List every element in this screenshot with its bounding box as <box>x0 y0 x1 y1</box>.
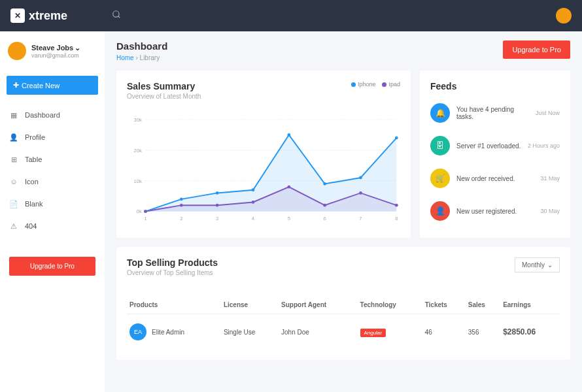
feed-time: 31 May <box>540 175 560 182</box>
chevron-down-icon: ⌄ <box>75 44 80 52</box>
create-new-button[interactable]: ✚ Create New <box>7 76 98 95</box>
nav-label: Dashboard <box>25 111 60 119</box>
legend-item: Ipad <box>382 81 400 88</box>
search-icon[interactable] <box>112 10 121 22</box>
nav-icon: ▦ <box>9 110 18 120</box>
sales-subtitle: Overview of Latest Month <box>127 93 201 100</box>
chevron-down-icon: ⌄ <box>547 261 553 269</box>
nav-icon: ⚠ <box>9 221 18 231</box>
svg-text:5: 5 <box>288 216 290 221</box>
table-header: Support Agent <box>279 296 358 314</box>
breadcrumb-home[interactable]: Home <box>116 54 134 61</box>
sidebar-item-404[interactable]: ⚠404 <box>0 215 105 237</box>
user-avatar-top[interactable] <box>556 8 572 24</box>
feed-icon: 🗄 <box>430 136 450 155</box>
svg-point-26 <box>144 210 147 213</box>
svg-point-30 <box>287 186 290 189</box>
feed-item[interactable]: 🗄Server #1 overloaded.2 Hours ago <box>430 129 560 162</box>
filter-label: Monthly <box>522 261 545 269</box>
nav-icon: ☺ <box>9 177 18 186</box>
legend-dot-icon <box>351 82 356 87</box>
main-content: Dashboard Home › Library Upgrade to Pro … <box>105 31 582 392</box>
sales-cell: 356 <box>466 314 500 350</box>
svg-text:20k: 20k <box>134 148 142 154</box>
sidebar-item-icon[interactable]: ☺Icon <box>0 171 105 193</box>
table-header: License <box>221 296 279 314</box>
feed-text: Server #1 overloaded. <box>456 142 521 150</box>
svg-text:3: 3 <box>216 216 218 221</box>
nav-label: Profile <box>25 133 45 141</box>
feed-icon: 🔔 <box>430 103 450 123</box>
feed-item[interactable]: 🛒New order received.31 May <box>430 162 560 195</box>
user-email: varun@gmail.com <box>31 52 80 59</box>
feed-time: 2 Hours ago <box>528 142 560 149</box>
nav-label: Icon <box>25 178 39 186</box>
feed-item[interactable]: 👤New user registered.30 May <box>430 195 560 227</box>
nav-icon: 📄 <box>9 199 18 208</box>
feeds-card: Feeds 🔔You have 4 pending tasks.Just Now… <box>420 71 570 238</box>
table-header: Tickets <box>422 296 466 314</box>
svg-text:7: 7 <box>359 216 362 221</box>
brand-logo[interactable]: xtreme <box>10 8 67 23</box>
sidebar-item-profile[interactable]: 👤Profile <box>0 126 105 148</box>
sales-chart: 0k10k20k30k12345678 <box>127 113 400 224</box>
nav-label: Table <box>25 155 42 163</box>
svg-point-21 <box>252 188 255 191</box>
page-title: Dashboard <box>116 41 167 52</box>
svg-text:8: 8 <box>395 216 398 221</box>
sidebar-item-table[interactable]: ⊞Table <box>0 148 105 171</box>
svg-text:10k: 10k <box>134 178 142 184</box>
feed-text: New user registered. <box>456 208 534 215</box>
upgrade-button-main[interactable]: Upgrade to Pro <box>503 41 570 59</box>
tickets-cell: 46 <box>422 314 466 350</box>
nav-label: Blank <box>25 200 43 208</box>
breadcrumb: Home › Library <box>116 54 167 61</box>
sidebar-item-blank[interactable]: 📄Blank <box>0 193 105 215</box>
sales-title: Sales Summary <box>127 81 201 91</box>
product-name: Elite Admin <box>152 329 184 336</box>
feed-text: New order received. <box>456 175 534 182</box>
topbar: xtreme <box>0 0 582 31</box>
breadcrumb-current: Library <box>140 54 160 61</box>
earnings-cell: $2850.06 <box>500 314 560 350</box>
product-avatar-icon: EA <box>129 323 146 340</box>
upgrade-button-sidebar[interactable]: Upgrade to Pro <box>9 257 95 276</box>
license-cell: Single Use <box>221 314 279 350</box>
svg-point-25 <box>395 137 398 140</box>
plus-icon: ✚ <box>13 81 19 90</box>
feed-icon: 👤 <box>430 201 450 221</box>
user-block[interactable]: Steave Jobs ⌄ varun@gmail.com <box>0 39 105 69</box>
svg-point-23 <box>323 182 326 186</box>
filter-dropdown[interactable]: Monthly ⌄ <box>515 257 560 272</box>
top-products-card: Top Selling Products Overview of Top Sel… <box>116 247 570 360</box>
svg-point-20 <box>216 191 219 195</box>
svg-point-31 <box>323 204 326 207</box>
svg-point-28 <box>216 204 219 207</box>
nav-label: 404 <box>25 222 37 230</box>
create-label: Create New <box>22 82 60 90</box>
svg-text:1: 1 <box>144 216 146 221</box>
svg-point-19 <box>180 197 183 201</box>
svg-point-32 <box>359 191 362 195</box>
feed-time: Just Now <box>536 110 560 116</box>
svg-point-24 <box>359 176 362 180</box>
svg-point-33 <box>395 204 398 207</box>
user-avatar-icon <box>8 42 26 60</box>
legend-label: Iphone <box>358 81 376 88</box>
table-header: Technology <box>358 296 422 314</box>
svg-text:0k: 0k <box>137 208 142 214</box>
user-name: Steave Jobs <box>31 44 73 52</box>
legend-dot-icon <box>382 82 386 87</box>
feed-time: 30 May <box>540 208 560 214</box>
feed-item[interactable]: 🔔You have 4 pending tasks.Just Now <box>430 97 560 129</box>
sidebar-item-dashboard[interactable]: ▦Dashboard <box>0 104 105 126</box>
table-header: Products <box>127 296 221 314</box>
products-subtitle: Overview of Top Selling Items <box>127 269 218 276</box>
table-row[interactable]: EAElite AdminSingle UseJohn DoeAngular46… <box>127 314 560 350</box>
feed-text: You have 4 pending tasks. <box>456 106 529 120</box>
brand-name: xtreme <box>29 9 67 23</box>
svg-text:4: 4 <box>252 216 254 221</box>
svg-line-1 <box>118 16 120 18</box>
tech-badge: Angular <box>360 329 386 337</box>
svg-text:2: 2 <box>180 216 182 221</box>
